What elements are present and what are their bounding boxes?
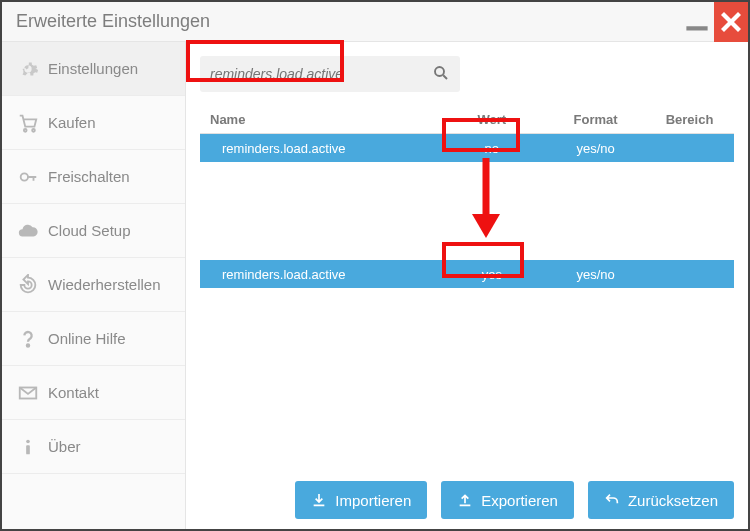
svg-rect-9	[26, 445, 30, 454]
sidebar-item-label: Freischalten	[48, 168, 130, 185]
cell-name: reminders.load.active	[200, 267, 437, 282]
table-row[interactable]: reminders.load.active no yes/no	[200, 134, 734, 162]
close-button[interactable]	[714, 2, 748, 42]
svg-point-3	[24, 128, 27, 131]
sidebar-item-label: Über	[48, 438, 81, 455]
button-label: Zurücksetzen	[628, 492, 718, 509]
sidebar-item-label: Einstellungen	[48, 60, 138, 77]
sidebar-item-about[interactable]: Über	[2, 420, 185, 474]
cell-format: yes/no	[546, 141, 645, 156]
sidebar-item-label: Online Hilfe	[48, 330, 126, 347]
export-button[interactable]: Exportieren	[441, 481, 574, 519]
col-header-format[interactable]: Format	[546, 112, 645, 127]
sidebar-item-settings[interactable]: Einstellungen	[2, 42, 185, 96]
question-icon	[14, 328, 42, 350]
search-icon	[432, 64, 450, 85]
table-row[interactable]: reminders.load.active yes yes/no	[200, 260, 734, 288]
svg-point-5	[21, 173, 28, 180]
button-label: Importieren	[335, 492, 411, 509]
sidebar-item-label: Kontakt	[48, 384, 99, 401]
cart-icon	[14, 112, 42, 134]
sidebar-item-cloud[interactable]: Cloud Setup	[2, 204, 185, 258]
key-icon	[14, 166, 42, 188]
sidebar-item-label: Wiederherstellen	[48, 276, 161, 293]
upload-icon	[457, 492, 473, 508]
svg-line-11	[443, 75, 447, 79]
cell-wert[interactable]: no	[437, 141, 546, 156]
info-icon	[14, 436, 42, 458]
cell-wert[interactable]: yes	[437, 267, 546, 282]
sidebar-item-help[interactable]: Online Hilfe	[2, 312, 185, 366]
mail-icon	[14, 382, 42, 404]
sidebar: Einstellungen Kaufen Freischalten Cloud …	[2, 42, 186, 529]
svg-point-4	[32, 128, 35, 131]
svg-point-6	[27, 344, 29, 346]
sidebar-item-label: Cloud Setup	[48, 222, 131, 239]
settings-table: Name Wert Format Bereich reminders.load.…	[200, 106, 734, 288]
search-box[interactable]	[200, 56, 460, 92]
restore-icon	[14, 274, 42, 296]
download-icon	[311, 492, 327, 508]
cell-name: reminders.load.active	[200, 141, 437, 156]
col-header-name[interactable]: Name	[200, 112, 437, 127]
cloud-icon	[14, 220, 42, 242]
sidebar-item-contact[interactable]: Kontakt	[2, 366, 185, 420]
sidebar-item-unlock[interactable]: Freischalten	[2, 150, 185, 204]
svg-point-8	[26, 439, 30, 443]
reset-button[interactable]: Zurücksetzen	[588, 481, 734, 519]
button-label: Exportieren	[481, 492, 558, 509]
sidebar-item-label: Kaufen	[48, 114, 96, 131]
undo-icon	[604, 492, 620, 508]
col-header-wert[interactable]: Wert	[437, 112, 546, 127]
col-header-bereich[interactable]: Bereich	[645, 112, 734, 127]
import-button[interactable]: Importieren	[295, 481, 427, 519]
sidebar-item-buy[interactable]: Kaufen	[2, 96, 185, 150]
cell-format: yes/no	[546, 267, 645, 282]
search-input[interactable]	[210, 66, 432, 82]
title-bar: Erweiterte Einstellungen	[2, 2, 748, 42]
svg-point-10	[435, 67, 444, 76]
window-title: Erweiterte Einstellungen	[16, 11, 680, 32]
table-header: Name Wert Format Bereich	[200, 106, 734, 134]
sidebar-item-restore[interactable]: Wiederherstellen	[2, 258, 185, 312]
minimize-button[interactable]	[680, 2, 714, 42]
gear-icon	[14, 58, 42, 80]
